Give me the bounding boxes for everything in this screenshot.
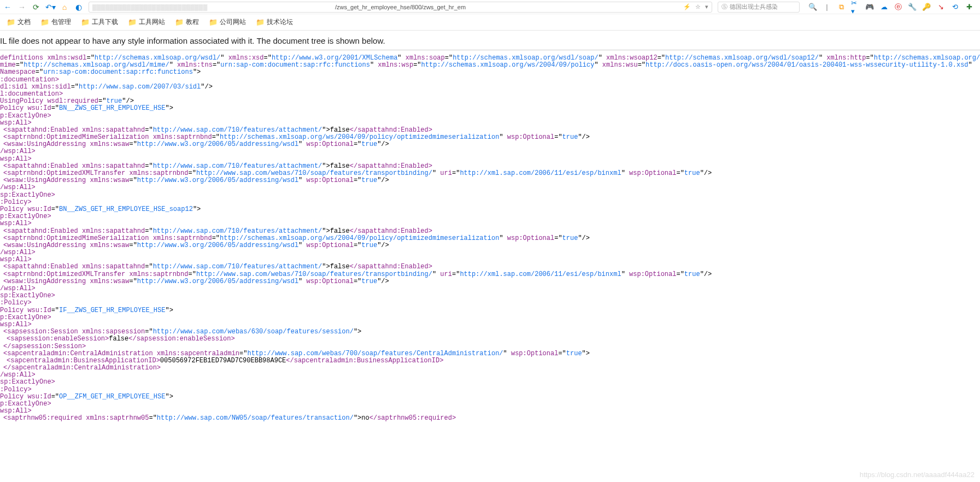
bookmark-item[interactable]: 📁工具网站 [128,17,165,27]
home-icon[interactable]: ⌂ [60,3,69,11]
browser-toolbar: ← → ⟳ ↶▾ ⌂ ◐ ▒▒▒▒▒▒▒▒▒▒▒▒▒▒▒▒▒▒▒▒▒▒▒▒▒▒▒… [0,0,980,14]
wrench-icon[interactable]: 🔧 [908,3,917,11]
sync-icon[interactable]: ⟲ [950,3,959,11]
bookmark-item[interactable]: 📁公司网站 [209,17,246,27]
bookmark-item[interactable]: 📁包管理 [40,17,71,27]
search-box[interactable]: Ⓢ 德国出现士兵感染 [718,2,800,13]
xml-content: definitions xmlns:wsdl="http://schemas.x… [0,50,980,425]
bookmarks-bar: 📁文档 📁包管理 📁工具下载 📁工具网站 📁教程 📁公司网站 📁技术论坛 [0,14,980,31]
cloud-icon[interactable]: ☁ [879,3,888,11]
bookmark-item[interactable]: 📁教程 [175,17,199,27]
bolt-icon[interactable]: ⚡ [683,3,691,10]
arrow-icon[interactable]: ↘ [936,3,945,11]
undo-icon[interactable]: ↶▾ [46,3,55,11]
address-blur-icon: ▒▒▒▒▒▒▒▒▒▒▒▒▒▒▒▒▒▒▒▒▒▒▒▒▒▒▒ [92,4,207,10]
globe-icon[interactable]: ◐ [74,3,83,11]
bookmark-item[interactable]: 📁文档 [7,17,31,27]
back-icon[interactable]: ← [3,3,12,11]
search-placeholder: 德国出现士兵感染 [730,3,778,11]
key-icon[interactable]: 🔑 [922,3,931,11]
weibo-icon[interactable]: ⓔ [894,3,902,11]
folder-icon: 📁 [256,18,265,26]
xml-notice: IL file does not appear to have any styl… [0,31,980,50]
game-icon[interactable]: 🎮 [865,3,874,11]
capture-icon[interactable]: ⧉ [837,3,846,11]
chevron-down-icon[interactable]: ▾ [705,3,708,10]
extension-icons: 🔍 | ⧉ ✂▾ 🎮 ☁ ⓔ 🔧 🔑 ↘ ⟲ ✚ [805,3,977,11]
nav-icons: ← → ⟳ ↶▾ ⌂ ◐ [3,3,83,11]
bookmark-item[interactable]: 📁技术论坛 [256,17,293,27]
folder-icon: 📁 [209,18,218,26]
folder-icon: 📁 [40,18,49,26]
folder-icon: 📁 [175,18,184,26]
puzzle-icon[interactable]: ✚ [965,3,973,11]
search-engine-icon: Ⓢ [721,3,727,11]
folder-icon: 📁 [81,18,90,26]
folder-icon: 📁 [128,18,137,26]
forward-icon[interactable]: → [17,3,26,11]
scissors-icon[interactable]: ✂▾ [851,3,860,11]
reload-icon[interactable]: ⟳ [32,3,40,11]
bookmark-item[interactable]: 📁工具下载 [81,17,118,27]
address-text: /zws_get_hr_employee_hse/800/zws_get_hr_… [335,4,466,10]
star-icon[interactable]: ☆ [695,3,701,10]
search-icon[interactable]: 🔍 [808,3,817,11]
folder-icon: 📁 [7,18,15,26]
address-bar[interactable]: ▒▒▒▒▒▒▒▒▒▒▒▒▒▒▒▒▒▒▒▒▒▒▒▒▒▒▒ /zws_get_hr_… [89,2,712,13]
